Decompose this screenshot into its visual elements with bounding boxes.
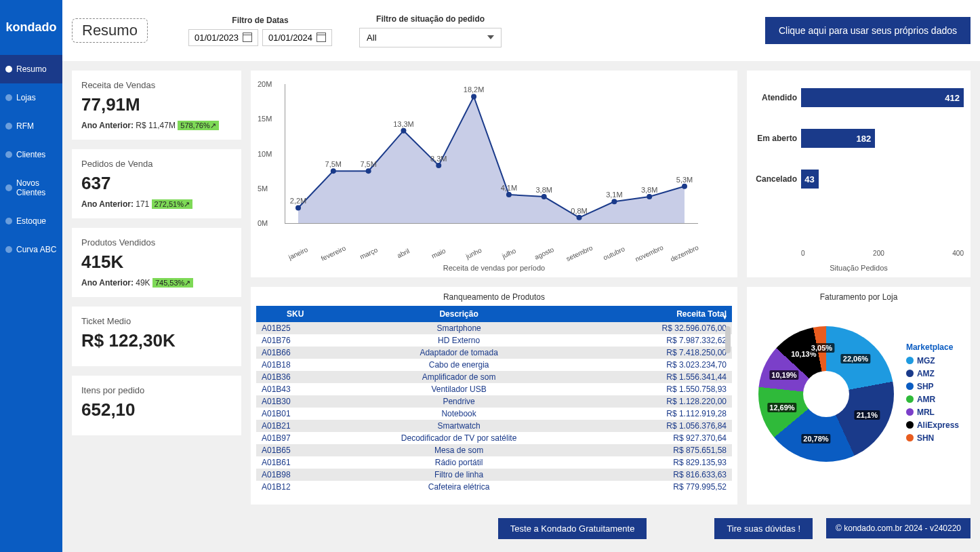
table-cell: A01B97: [256, 432, 335, 444]
legend-item[interactable]: AMZ: [906, 369, 959, 378]
legend-item[interactable]: MRL: [906, 408, 959, 417]
legend-item[interactable]: AMR: [906, 395, 959, 404]
kpi-card: Itens por pedido652,10: [72, 376, 241, 435]
svg-point-3: [401, 128, 406, 134]
sidebar-item-lojas[interactable]: Lojas: [0, 83, 62, 112]
table-cell: R$ 1.556.341,44: [584, 371, 732, 383]
table-row[interactable]: A01B30PendriveR$ 1.128.220,00: [256, 395, 732, 408]
status-bar: 412: [801, 88, 964, 107]
table-cell: Pendrive: [335, 395, 584, 408]
status-select[interactable]: All: [359, 28, 502, 47]
help-button[interactable]: Tire suas dúvidas !: [714, 518, 813, 539]
table-row[interactable]: A01B21SmartwatchR$ 1.056.376,84: [256, 420, 732, 432]
table-row[interactable]: A01B65Mesa de somR$ 875.651,58: [256, 444, 732, 456]
table-header[interactable]: Receita Total▼: [584, 306, 732, 322]
svg-point-7: [542, 194, 547, 199]
table-row[interactable]: A01B76HD ExternoR$ 7.987.332,62: [256, 334, 732, 347]
table-header[interactable]: SKU: [256, 306, 335, 322]
table-cell: A01B18: [256, 359, 335, 371]
kpi-label: Pedidos de Venda: [81, 159, 232, 169]
table-cell: Cabo de energia: [335, 359, 584, 371]
page-title: Resumo: [72, 18, 148, 43]
date-from-input[interactable]: 01/01/2023: [188, 29, 258, 46]
status-category: Cancelado: [754, 174, 801, 184]
svg-point-2: [366, 168, 371, 174]
table-cell: R$ 7.418.250,00: [584, 347, 732, 359]
content-grid: Receita de Vendas77,91MAno Anterior: R$ …: [62, 61, 980, 552]
table-row[interactable]: A01B97Decodificador de TV por satéliteR$…: [256, 432, 732, 444]
table-cell: R$ 3.023.234,70: [584, 359, 732, 371]
legend-item[interactable]: AliExpress: [906, 420, 959, 430]
table-row[interactable]: A01B61Rádio portátilR$ 829.135,93: [256, 456, 732, 469]
kpi-card: Receita de Vendas77,91MAno Anterior: R$ …: [72, 71, 241, 140]
header: Resumo Filtro de Datas 01/01/2023 01/01/…: [62, 0, 980, 61]
svg-point-6: [506, 192, 512, 197]
date-to-input[interactable]: 01/01/2024: [262, 29, 332, 46]
sidebar-item-novos-clientes[interactable]: Novos Clientes: [0, 169, 62, 207]
table-cell: R$ 1.112.919,28: [584, 408, 732, 420]
calendar-icon: [243, 33, 252, 42]
table-cell: R$ 927.370,64: [584, 432, 732, 444]
sidebar-item-clientes[interactable]: Clientes: [0, 140, 62, 169]
svg-point-1: [331, 168, 336, 174]
trial-button[interactable]: Teste a Kondado Gratuitamente: [498, 518, 647, 539]
kpi-label: Receita de Vendas: [81, 80, 232, 90]
table-cell: Cafeteira elétrica: [335, 481, 584, 493]
table-cell: A01B21: [256, 420, 335, 432]
kpi-value: 415K: [81, 252, 232, 273]
kpi-value: 77,91M: [81, 94, 232, 115]
sidebar: kondado ResumoLojasRFMClientesNovos Clie…: [0, 0, 62, 552]
table-cell: A01B76: [256, 334, 335, 347]
table-cell: Amplificador de som: [335, 371, 584, 383]
svg-point-8: [577, 215, 582, 220]
table-cell: Filtro de linha: [335, 469, 584, 481]
table-cell: R$ 816.633,63: [584, 469, 732, 481]
table-row[interactable]: A01B12Cafeteira elétricaR$ 779.995,52: [256, 481, 732, 493]
table-header[interactable]: Descrição: [335, 306, 584, 322]
table-cell: Rádio portátil: [335, 456, 584, 469]
legend-item[interactable]: MGZ: [906, 356, 959, 366]
table-row[interactable]: A01B36Amplificador de somR$ 1.556.341,44: [256, 371, 732, 383]
status-filter-label: Filtro de situação do pedido: [359, 14, 502, 24]
chart-title: Receita de vendas por período: [251, 264, 737, 272]
table-cell: R$ 779.995,52: [584, 481, 732, 493]
table-title: Ranqueamento de Produtos: [256, 292, 732, 302]
sidebar-item-resumo[interactable]: Resumo: [0, 55, 62, 83]
nav-dot-icon: [5, 94, 12, 101]
sidebar-item-label: Estoque: [16, 216, 46, 226]
table-row[interactable]: A01B66Adaptador de tomadaR$ 7.418.250,00: [256, 347, 732, 359]
table-cell: R$ 1.056.376,84: [584, 420, 732, 432]
legend-item[interactable]: SHN: [906, 433, 959, 443]
legend-item[interactable]: SHP: [906, 382, 959, 391]
sidebar-item-label: Clientes: [16, 150, 45, 159]
table-row[interactable]: A01B43Ventilador USBR$ 1.550.758,93: [256, 383, 732, 395]
status-bar-chart[interactable]: Atendido412Em aberto182Cancelado43 02004…: [747, 71, 971, 277]
sidebar-item-estoque[interactable]: Estoque: [0, 207, 62, 235]
svg-point-0: [295, 205, 301, 210]
kpi-label: Itens por pedido: [81, 385, 232, 395]
table-row[interactable]: A01B18Cabo de energiaR$ 3.023.234,70: [256, 359, 732, 371]
table-cell: R$ 7.987.332,62: [584, 334, 732, 347]
footer-credit: © kondado.com.br 2024 - v240220: [826, 518, 971, 538]
status-bar: 182: [801, 129, 875, 148]
sidebar-item-label: Resumo: [16, 64, 47, 74]
table-cell: A01B12: [256, 481, 335, 493]
table-cell: A01B65: [256, 444, 335, 456]
nav-dot-icon: [5, 184, 12, 191]
table-row[interactable]: A01B98Filtro de linhaR$ 816.633,63: [256, 469, 732, 481]
store-pie-chart[interactable]: Faturamento por Loja 22,06%21,1%20,78%12…: [747, 287, 971, 505]
table-row[interactable]: A01B25SmartphoneR$ 32.596.076,00: [256, 322, 732, 334]
date-filter-label: Filtro de Datas: [188, 16, 332, 25]
cta-button[interactable]: Clique aqui para usar seus próprios dado…: [765, 17, 971, 44]
sidebar-item-rfm[interactable]: RFM: [0, 112, 62, 140]
table-row[interactable]: A01B01NotebookR$ 1.112.919,28: [256, 408, 732, 420]
main: Resumo Filtro de Datas 01/01/2023 01/01/…: [62, 0, 980, 552]
scrollbar[interactable]: [725, 326, 731, 353]
chevron-down-icon: [487, 35, 494, 39]
sidebar-item-curva-abc[interactable]: Curva ABC: [0, 235, 62, 264]
revenue-line-chart[interactable]: 0M5M10M15M20M2,2Mjaneiro7,5Mfevereiro7,5…: [251, 71, 737, 277]
sidebar-item-label: Novos Clientes: [16, 178, 57, 197]
kpi-label: Ticket Medio: [81, 316, 232, 326]
table-cell: A01B98: [256, 469, 335, 481]
table-cell: Mesa de som: [335, 444, 584, 456]
